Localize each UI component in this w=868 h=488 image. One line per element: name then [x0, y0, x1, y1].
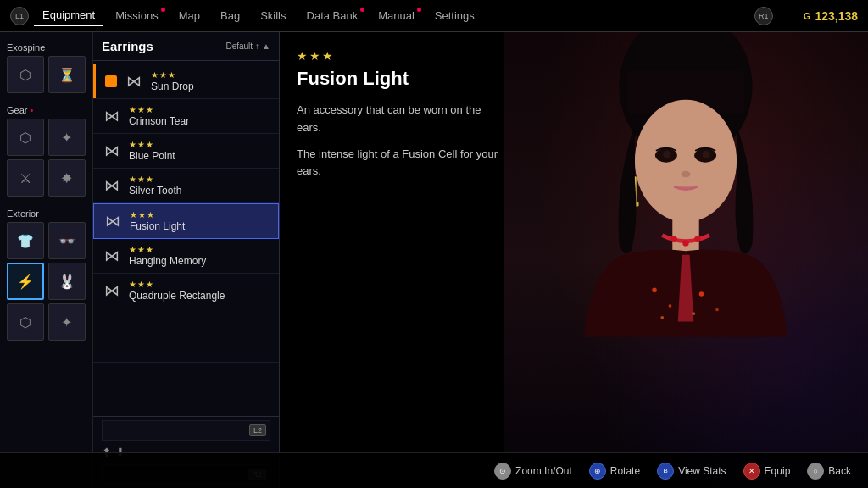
- l1-button[interactable]: L1: [10, 7, 29, 25]
- manual-dot: [417, 8, 421, 12]
- sidebar: Exospine ⬡ ⏳ Gear ⬡ ✦ ⚔ ✸ Exterior 👕 👓 ⚡…: [0, 32, 93, 488]
- list-item[interactable]: ⋈ ★★★ Fusion Light: [93, 203, 279, 239]
- equipment-panel: Earrings Default ↑ ▲ ⋈ ★★★ Sun Drop ⋈ ★★…: [93, 32, 280, 488]
- r1-button[interactable]: R1: [754, 7, 773, 25]
- earring-icon: ⋈: [103, 212, 123, 230]
- tab-databank[interactable]: Data Bank: [298, 6, 367, 25]
- bottom-action-bar: ⊙ Zoom In/Out ⊕ Rotate B View Stats ✕ Eq…: [0, 452, 868, 488]
- viewstats-button[interactable]: B: [657, 463, 674, 480]
- item-info: ★★★ Hanging Memory: [129, 245, 206, 267]
- back-button[interactable]: ○: [807, 463, 824, 480]
- list-item-empty: [93, 336, 279, 363]
- item-name: Fusion Light: [130, 220, 185, 232]
- list-item[interactable]: ⋈ ★★★ Quadruple Rectangle: [93, 274, 279, 308]
- sidebar-section-exospine: Exospine ⬡ ⏳: [7, 42, 86, 93]
- equip-action[interactable]: ✕ Equip: [743, 463, 791, 480]
- gold-amount: 123,138: [815, 9, 858, 23]
- tab-bag[interactable]: Bag: [212, 6, 248, 25]
- exterior-slot-4[interactable]: 🐰: [48, 263, 86, 300]
- list-item[interactable]: ⋈ ★★★ Silver Tooth: [93, 169, 279, 203]
- zoom-label: Zoom In/Out: [515, 465, 572, 477]
- zoom-button[interactable]: ⊙: [494, 463, 511, 480]
- earring-icon: ⋈: [102, 176, 122, 195]
- top-navigation-bar: L1 Equipment Missions Map Bag Skills Dat…: [0, 0, 868, 32]
- sort-control[interactable]: Default ↑ ▲: [225, 42, 270, 51]
- equip-button[interactable]: ✕: [743, 463, 760, 480]
- sidebar-section-gear: Gear ⬡ ✦ ⚔ ✸: [7, 105, 86, 197]
- svg-rect-8: [672, 218, 698, 253]
- detail-title: Fusion Light: [297, 68, 509, 90]
- exterior-slot-3[interactable]: ⚡: [7, 263, 44, 300]
- exospine-slot-2[interactable]: ⏳: [48, 56, 86, 93]
- item-info: ★★★ Crimson Tear: [129, 105, 189, 127]
- tab-manual[interactable]: Manual: [370, 6, 423, 25]
- item-info: ★★★ Silver Tooth: [129, 175, 181, 197]
- exterior-slot-2[interactable]: 👓: [48, 222, 86, 259]
- earring-icon: ⋈: [124, 72, 144, 91]
- svg-point-7: [681, 171, 690, 177]
- exterior-slot-1[interactable]: 👕: [7, 222, 44, 259]
- item-stars: ★★★: [129, 175, 181, 184]
- equipment-header: Earrings Default ↑ ▲: [93, 32, 279, 61]
- exterior-slot-6[interactable]: ✦: [48, 303, 86, 341]
- tab-settings[interactable]: Settings: [426, 6, 483, 25]
- gear-slot-4[interactable]: ✸: [48, 159, 86, 197]
- earring-icon: ⋈: [102, 141, 122, 160]
- item-name: Hanging Memory: [129, 255, 206, 267]
- gold-display: G 123,138: [804, 9, 858, 23]
- svg-point-10: [682, 240, 688, 246]
- svg-point-18: [660, 316, 664, 319]
- list-item-empty: [93, 308, 279, 336]
- viewstats-action[interactable]: B View Stats: [657, 463, 726, 480]
- equipment-title: Earrings: [102, 39, 153, 53]
- svg-point-5: [663, 151, 670, 158]
- viewstats-label: View Stats: [678, 465, 726, 477]
- equip-label: Equip: [765, 465, 791, 477]
- svg-point-14: [652, 288, 657, 293]
- list-item[interactable]: ⋈ ★★★ Sun Drop: [93, 64, 279, 99]
- l2-badge: L2: [249, 424, 266, 436]
- rotate-label: Rotate: [610, 465, 640, 477]
- item-name: Blue Point: [129, 150, 175, 162]
- item-stars: ★★★: [129, 245, 206, 254]
- item-info: ★★★ Sun Drop: [151, 70, 194, 92]
- svg-point-19: [692, 312, 695, 315]
- list-item[interactable]: ⋈ ★★★ Hanging Memory: [93, 239, 279, 274]
- equipment-list: ⋈ ★★★ Sun Drop ⋈ ★★★ Crimson Tear ⋈ ★★★ …: [93, 61, 279, 416]
- databank-dot: [360, 8, 364, 12]
- svg-point-6: [702, 151, 709, 158]
- item-info: ★★★ Fusion Light: [130, 210, 185, 232]
- item-name: Silver Tooth: [129, 185, 181, 197]
- back-action[interactable]: ○ Back: [807, 463, 851, 480]
- zoom-action[interactable]: ⊙ Zoom In/Out: [494, 463, 572, 480]
- earring-icon: ⋈: [102, 107, 122, 125]
- tab-equipment[interactable]: Equipment: [34, 5, 103, 26]
- detail-stars: ★★★: [297, 49, 509, 63]
- earring-icon: ⋈: [102, 247, 122, 265]
- exospine-grid: ⬡ ⏳: [7, 56, 86, 93]
- list-item[interactable]: ⋈ ★★★ Crimson Tear: [93, 99, 279, 134]
- svg-point-11: [694, 236, 700, 242]
- svg-point-16: [699, 291, 704, 297]
- gear-slot-3[interactable]: ⚔: [7, 159, 44, 197]
- list-item[interactable]: ⋈ ★★★ Blue Point: [93, 134, 279, 169]
- tab-missions[interactable]: Missions: [107, 6, 167, 25]
- missions-dot: [161, 8, 165, 12]
- svg-point-15: [669, 304, 672, 308]
- rotate-action[interactable]: ⊕ Rotate: [589, 463, 640, 480]
- gold-icon: G: [804, 11, 811, 21]
- gear-slot-1[interactable]: ⬡: [7, 119, 44, 156]
- tab-map[interactable]: Map: [170, 6, 209, 25]
- sidebar-section-exterior: Exterior 👕 👓 ⚡ 🐰 ⬡ ✦: [7, 208, 86, 341]
- exterior-slot-5[interactable]: ⬡: [7, 303, 44, 341]
- gear-grid: ⬡ ✦ ⚔ ✸: [7, 119, 86, 197]
- back-label: Back: [828, 465, 851, 477]
- item-stars: ★★★: [129, 280, 225, 289]
- item-name: Sun Drop: [151, 80, 194, 92]
- rotate-button[interactable]: ⊕: [589, 463, 606, 480]
- gear-slot-2[interactable]: ✦: [48, 119, 86, 156]
- exterior-grid: 👕 👓 ⚡ 🐰 ⬡ ✦: [7, 222, 86, 341]
- item-info: ★★★ Quadruple Rectangle: [129, 280, 225, 302]
- exospine-slot-1[interactable]: ⬡: [7, 56, 44, 93]
- tab-skills[interactable]: Skills: [252, 6, 294, 25]
